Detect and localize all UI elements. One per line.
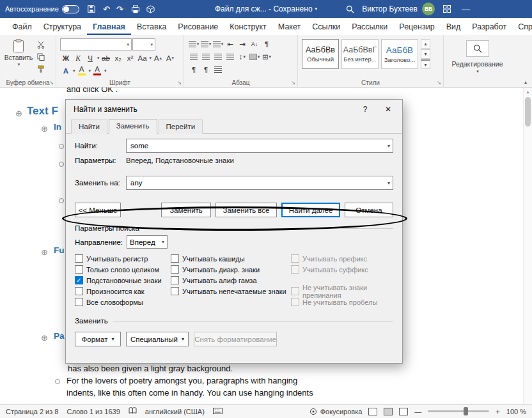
text-effects-button[interactable]: А bbox=[60, 65, 72, 76]
cancel-button[interactable]: Отмена bbox=[345, 203, 393, 217]
document-area[interactable]: and click OK . ⊕ Text F ⊕ In ⊕ Fu ⊕ Pa h… bbox=[0, 88, 532, 404]
bold-button[interactable]: Ж bbox=[60, 52, 72, 63]
italic-button[interactable]: К bbox=[72, 52, 84, 63]
tab-developer[interactable]: Разработ bbox=[466, 18, 512, 35]
find-button[interactable] bbox=[466, 40, 489, 57]
undo-button[interactable]: ↶ bbox=[99, 1, 114, 17]
zoom-value[interactable]: 100 % bbox=[506, 408, 526, 415]
paste-button[interactable]: Вставить ▾ bbox=[4, 38, 33, 78]
cut-button[interactable] bbox=[35, 39, 47, 50]
replace-all-button[interactable]: Заменить все bbox=[215, 203, 277, 217]
scrollbar-up-icon[interactable]: ▴ bbox=[524, 88, 532, 97]
multilevel-list-button[interactable]: ▾ bbox=[212, 38, 224, 49]
strikethrough-button[interactable]: ab bbox=[100, 52, 112, 63]
outline-expand-icon[interactable]: ⊕ bbox=[41, 125, 48, 133]
autosave-control[interactable]: Автосохранение bbox=[0, 5, 84, 13]
collapse-ribbon-button[interactable]: ▴ bbox=[524, 79, 527, 85]
highlight-button[interactable]: А bbox=[76, 65, 88, 76]
replace-input[interactable] bbox=[126, 176, 393, 190]
editing-label[interactable]: Редактирование bbox=[452, 60, 503, 68]
autosave-toggle[interactable] bbox=[62, 5, 79, 13]
font-size-combo[interactable]: ▾ bbox=[132, 38, 155, 50]
checkbox-sounds-like[interactable]: Произносится как bbox=[75, 287, 171, 295]
styles-scroll-down-button[interactable]: ▾ bbox=[421, 49, 430, 59]
apps-button[interactable] bbox=[439, 1, 454, 17]
scrollbar-thumb[interactable] bbox=[525, 97, 531, 127]
checkbox-wildcards[interactable]: ✓Подстановочные знаки bbox=[75, 276, 171, 284]
tab-view[interactable]: Вид bbox=[441, 18, 467, 35]
clipboard-dialog-launcher[interactable]: ↘ bbox=[49, 81, 54, 86]
redo-button[interactable]: ↷▾ bbox=[114, 1, 129, 17]
zoom-slider-thumb[interactable] bbox=[464, 407, 468, 415]
shrink-font-button[interactable]: А▾ bbox=[164, 52, 176, 63]
checkbox-ignore-whitespace[interactable]: Не учитывать пробелы bbox=[291, 298, 393, 306]
paragraph-dialog-launcher[interactable]: ↘ bbox=[291, 81, 295, 86]
tab-draw[interactable]: Рисование bbox=[172, 18, 224, 35]
tab-mailings[interactable]: Рассылки bbox=[346, 18, 393, 35]
styles-scroll-up-button[interactable]: ▴ bbox=[421, 39, 430, 49]
tab-file[interactable]: Файл bbox=[6, 18, 38, 35]
direction-select[interactable]: Вперед ▾ bbox=[127, 235, 168, 249]
shading-button[interactable]: ▾ bbox=[249, 51, 260, 62]
search-button[interactable] bbox=[343, 1, 357, 17]
align-center-button[interactable] bbox=[200, 51, 212, 62]
styles-gallery-more-button[interactable]: ▾ bbox=[421, 59, 430, 69]
justify-button[interactable] bbox=[224, 51, 236, 62]
special-button[interactable]: Специальный▾ bbox=[126, 332, 189, 346]
subscript-button[interactable]: x₂ bbox=[113, 52, 124, 63]
show-marks-button[interactable]: ¶ bbox=[261, 38, 272, 49]
checkbox-match-prefix[interactable]: Учитывать префикс bbox=[291, 254, 393, 263]
checkbox-match-kashida[interactable]: Учитывать кашиды bbox=[171, 254, 291, 263]
font-name-combo[interactable]: ▾ bbox=[60, 38, 132, 50]
vertical-scrollbar[interactable]: ▴ bbox=[523, 88, 532, 404]
format-painter-button[interactable] bbox=[35, 63, 47, 74]
checkbox-match-diacritics[interactable]: Учитывать диакр. знаки bbox=[171, 265, 291, 274]
checkbox-match-suffix[interactable]: Учитывать суффикс bbox=[291, 265, 393, 274]
save-button[interactable] bbox=[84, 1, 99, 17]
font-color-button[interactable]: А bbox=[91, 65, 103, 76]
tab-help[interactable]: Справка bbox=[512, 18, 532, 35]
tab-outline[interactable]: Структура bbox=[38, 18, 87, 35]
read-mode-button[interactable] bbox=[368, 408, 377, 415]
tab-insert[interactable]: Вставка bbox=[131, 18, 172, 35]
minimize-button[interactable]: — bbox=[458, 1, 473, 17]
user-name[interactable]: Виктор Бухтеев bbox=[362, 4, 418, 13]
tab-layout[interactable]: Макет bbox=[272, 18, 306, 35]
zoom-out-button[interactable]: — bbox=[414, 408, 421, 415]
dialog-tab-replace[interactable]: Заменить bbox=[109, 119, 157, 134]
text-direction-rtl-button[interactable]: ¶ bbox=[200, 64, 212, 75]
checkbox-match-alef-hamza[interactable]: Учитывать алиф гамза bbox=[171, 276, 291, 284]
change-case-button[interactable]: Аа bbox=[137, 52, 148, 63]
dialog-help-button[interactable]: ? bbox=[354, 101, 377, 118]
increase-indent-button[interactable]: ⇥ bbox=[237, 38, 248, 49]
outline-expand-icon[interactable]: ⊕ bbox=[41, 248, 48, 256]
dialog-close-button[interactable]: ✕ bbox=[377, 101, 400, 118]
replace-button[interactable]: Заменить bbox=[161, 203, 211, 217]
print-button[interactable] bbox=[129, 1, 143, 17]
style-card-normal[interactable]: АаБбВв Обычный bbox=[302, 39, 339, 69]
web-layout-button[interactable] bbox=[399, 408, 408, 415]
bullet-list-button[interactable]: ▾ bbox=[188, 38, 199, 49]
tab-home[interactable]: Главная bbox=[87, 18, 131, 35]
dialog-tab-goto[interactable]: Перейти bbox=[159, 120, 203, 134]
checkbox-word-forms[interactable]: Все словоформы bbox=[75, 298, 171, 306]
print-layout-button[interactable] bbox=[384, 408, 393, 415]
find-input[interactable] bbox=[126, 139, 393, 153]
find-next-button[interactable]: Найти далее bbox=[281, 203, 340, 217]
touch-mode-button[interactable] bbox=[143, 1, 158, 17]
checkbox-match-case[interactable]: Учитывать регистр bbox=[75, 254, 171, 263]
zoom-slider[interactable] bbox=[428, 410, 489, 412]
align-right-button[interactable] bbox=[212, 51, 224, 62]
tab-design[interactable]: Конструкт bbox=[224, 18, 272, 35]
focus-button[interactable]: Фокусировка bbox=[309, 408, 363, 415]
copy-button[interactable] bbox=[35, 51, 47, 62]
checkbox-match-control-chars[interactable]: Учитывать непечатаемые знаки bbox=[171, 287, 291, 295]
proofing-button[interactable] bbox=[129, 407, 137, 415]
keyboard-button[interactable] bbox=[213, 408, 223, 415]
style-card-heading1[interactable]: АаБбВ Заголово... bbox=[381, 39, 418, 69]
zoom-in-button[interactable]: + bbox=[496, 408, 499, 415]
word-count[interactable]: Слово 1 из 1639 bbox=[66, 408, 120, 415]
borders-button[interactable]: ⊞▾ bbox=[261, 51, 272, 62]
line-spacing-button[interactable]: ↕▾ bbox=[237, 51, 248, 62]
grow-font-button[interactable]: А▴ bbox=[152, 52, 164, 63]
